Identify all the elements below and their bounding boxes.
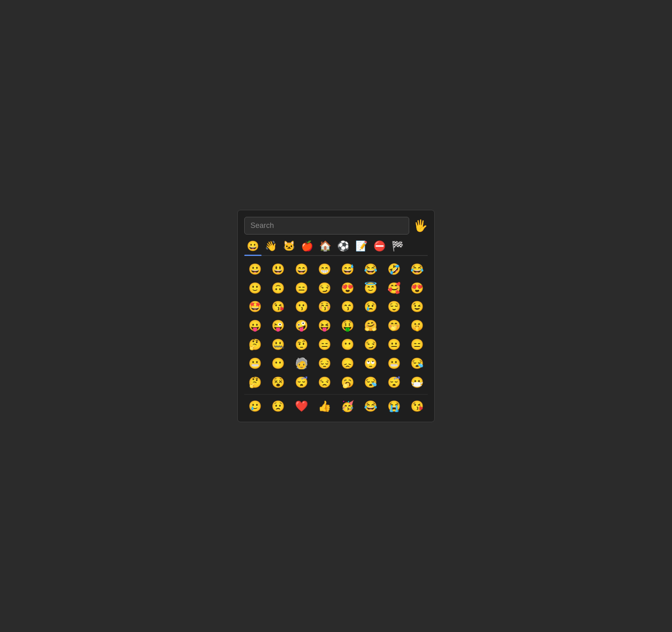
emoji-cell[interactable]: 😛 bbox=[244, 317, 266, 335]
emoji-cell[interactable]: 🤐 bbox=[267, 336, 289, 353]
emoji-cell[interactable]: 😷 bbox=[406, 374, 428, 391]
emoji-cell[interactable]: 😂 bbox=[360, 398, 381, 415]
emoji-cell[interactable]: 😴 bbox=[291, 374, 312, 391]
emoji-cell[interactable]: 😜 bbox=[267, 317, 289, 335]
emoji-cell[interactable]: ❤️ bbox=[291, 398, 312, 415]
emoji-cell[interactable]: 😞 bbox=[337, 355, 358, 372]
emoji-cell[interactable]: 😘 bbox=[406, 398, 428, 415]
emoji-cell[interactable]: 😬 bbox=[244, 355, 266, 372]
emoji-cell[interactable]: 😶 bbox=[337, 336, 358, 353]
emoji-cell[interactable]: 😗 bbox=[291, 298, 312, 316]
emoji-cell[interactable]: 🥰 bbox=[383, 280, 405, 297]
category-tab-animals[interactable]: 🐱 bbox=[280, 239, 298, 253]
emoji-cell[interactable]: 🤣 bbox=[383, 261, 405, 278]
emoji-cell[interactable]: 😙 bbox=[337, 298, 358, 316]
emoji-cell[interactable]: 🤭 bbox=[383, 317, 405, 335]
emoji-cell[interactable]: 😅 bbox=[337, 261, 358, 278]
emoji-cell[interactable]: 😑 bbox=[406, 336, 428, 353]
category-tab-food[interactable]: 🍎 bbox=[299, 239, 316, 253]
emoji-cell[interactable]: 👍 bbox=[314, 398, 335, 415]
emoji-picker: 🖐️ 😀 👋 🐱 🍎 🏠 ⚽ 📝 ⛔ 🏁 😀 😃 😄 😁 😅 😂 🤣 😂 🙂 🙃… bbox=[237, 210, 435, 422]
emoji-cell[interactable]: 😉 bbox=[406, 298, 428, 316]
emoji-cell[interactable]: 😏 bbox=[360, 336, 381, 353]
emoji-cell[interactable]: 😪 bbox=[406, 355, 428, 372]
emoji-cell[interactable]: 😒 bbox=[314, 374, 335, 391]
emoji-cell[interactable]: 🤫 bbox=[406, 317, 428, 335]
emoji-cell[interactable]: 😌 bbox=[383, 298, 405, 316]
emoji-cell[interactable]: 😇 bbox=[360, 280, 381, 297]
search-row: 🖐️ bbox=[244, 217, 428, 235]
emoji-cell[interactable]: 🥲 bbox=[244, 398, 266, 415]
emoji-cell[interactable]: 😍 bbox=[337, 280, 358, 297]
emoji-cell[interactable]: 😴 bbox=[383, 374, 405, 391]
emoji-cell[interactable]: 😔 bbox=[314, 355, 335, 372]
emoji-grid: 😀 😃 😄 😁 😅 😂 🤣 😂 🙂 🙃 😑 😏 😍 😇 🥰 😍 🤩 😘 😗 😚 … bbox=[244, 261, 428, 415]
emoji-cell[interactable]: 😃 bbox=[267, 261, 289, 278]
emoji-cell[interactable]: 🙂 bbox=[244, 280, 266, 297]
emoji-cell[interactable]: 🤑 bbox=[337, 317, 358, 335]
emoji-cell[interactable]: 😀 bbox=[244, 261, 266, 278]
emoji-cell[interactable]: 😘 bbox=[267, 298, 289, 316]
category-tab-objects[interactable]: 📝 bbox=[353, 239, 370, 253]
emoji-cell[interactable]: 🤩 bbox=[244, 298, 266, 316]
emoji-cell[interactable]: 😶 bbox=[267, 355, 289, 372]
category-tab-flags[interactable]: 🏁 bbox=[389, 239, 406, 253]
emoji-cell[interactable]: 😵 bbox=[267, 374, 289, 391]
emoji-cell[interactable]: 😑 bbox=[314, 336, 335, 353]
category-tab-people[interactable]: 👋 bbox=[262, 239, 280, 253]
emoji-cell[interactable]: 😢 bbox=[360, 298, 381, 316]
emoji-cell[interactable]: 😍 bbox=[406, 280, 428, 297]
emoji-cell[interactable]: 😚 bbox=[314, 298, 335, 316]
emoji-cell[interactable]: 😟 bbox=[267, 398, 289, 415]
emoji-cell[interactable]: 😂 bbox=[360, 261, 381, 278]
emoji-cell[interactable]: 😑 bbox=[291, 280, 312, 297]
emoji-cell[interactable]: 😭 bbox=[383, 398, 405, 415]
search-input[interactable] bbox=[244, 217, 409, 235]
category-tab-symbols[interactable]: ⛔ bbox=[371, 239, 388, 253]
emoji-cell[interactable]: 😏 bbox=[314, 280, 335, 297]
emoji-cell[interactable]: 🤪 bbox=[291, 317, 312, 335]
emoji-cell[interactable]: 🤗 bbox=[360, 317, 381, 335]
emoji-cell[interactable]: 😬 bbox=[383, 355, 405, 372]
emoji-cell[interactable]: 😂 bbox=[406, 261, 428, 278]
category-tab-activities[interactable]: ⚽ bbox=[335, 239, 352, 253]
category-tab-travel[interactable]: 🏠 bbox=[317, 239, 334, 253]
emoji-cell[interactable]: 🥱 bbox=[337, 374, 358, 391]
emoji-cell[interactable]: 🥳 bbox=[337, 398, 358, 415]
category-tabs: 😀 👋 🐱 🍎 🏠 ⚽ 📝 ⛔ 🏁 bbox=[244, 239, 428, 256]
emoji-cell[interactable]: 🤔 bbox=[244, 336, 266, 353]
emoji-cell[interactable]: 😝 bbox=[314, 317, 335, 335]
raised-hand-icon[interactable]: 🖐️ bbox=[413, 219, 428, 232]
emoji-cell[interactable]: 🧓 bbox=[291, 355, 312, 372]
emoji-cell[interactable]: 🤨 bbox=[291, 336, 312, 353]
emoji-cell[interactable]: 😄 bbox=[291, 261, 312, 278]
emoji-cell[interactable]: 😐 bbox=[383, 336, 405, 353]
emoji-cell[interactable]: 😪 bbox=[360, 374, 381, 391]
emoji-cell[interactable]: 🤔 bbox=[244, 374, 266, 391]
category-tab-smileys[interactable]: 😀 bbox=[244, 239, 262, 253]
emoji-cell[interactable]: 🙃 bbox=[267, 280, 289, 297]
emoji-cell[interactable]: 😁 bbox=[314, 261, 335, 278]
emoji-cell[interactable]: 🙄 bbox=[360, 355, 381, 372]
